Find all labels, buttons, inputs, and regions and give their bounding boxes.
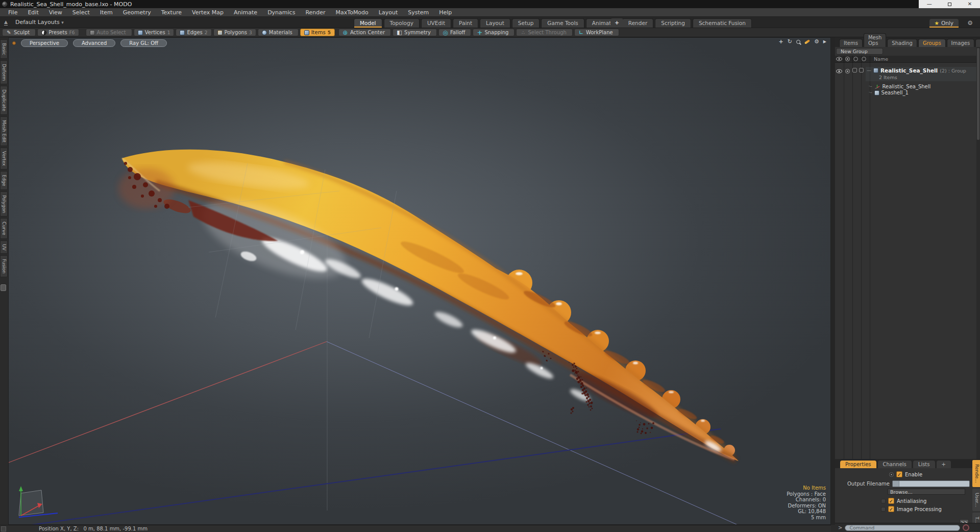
menu-item[interactable]: System	[403, 9, 434, 16]
menu-item[interactable]: Render	[300, 9, 330, 16]
menu-item[interactable]: Animate	[229, 9, 262, 16]
viewport-gear-icon[interactable]: ⚙	[814, 39, 819, 45]
right-panel-tab[interactable]: Images	[947, 39, 975, 47]
toolbar-button[interactable]: Polygons 3	[213, 29, 256, 36]
left-tool-tab[interactable]: Mesh Edit	[0, 116, 8, 146]
menu-item[interactable]: Layout	[374, 9, 403, 16]
antialiasing-dim-toggle[interactable]	[881, 499, 886, 503]
toolbar-button[interactable]: Edges 2	[176, 29, 211, 36]
left-tool-tab[interactable]: Deform	[0, 60, 8, 84]
tree-scrollbar[interactable]	[976, 47, 980, 477]
close-button[interactable]: ✕	[968, 2, 972, 7]
tree-row-item[interactable]: ·– Seashell_1	[869, 90, 909, 95]
output-filename-field[interactable]	[892, 480, 970, 487]
toolbar-button[interactable]: Symmetry	[393, 29, 437, 36]
right-panel-tab[interactable]: Items	[839, 39, 863, 47]
menu-item[interactable]: Help	[434, 9, 457, 16]
menu-item[interactable]: Vertex Map	[187, 9, 229, 16]
draw-icon[interactable]	[804, 39, 810, 44]
toolbar-button[interactable]: Sculpt	[2, 29, 36, 36]
left-tool-tab[interactable]: Duplicate	[0, 86, 8, 115]
image-processing-checkbox[interactable]: ✓	[888, 506, 894, 512]
toolbar-button[interactable]: Presets F6	[37, 29, 79, 36]
viewport-option-button[interactable]: Advanced	[73, 39, 115, 47]
viewport-expand-icon[interactable]: ▶	[823, 39, 826, 45]
right-panel-tab[interactable]: Mesh Ops	[864, 33, 886, 47]
tree-row-group[interactable]: — Realistic_Sea_Shell (2) : Group 2 Item…	[835, 67, 980, 81]
viewport-option-button[interactable]: Perspective	[21, 39, 68, 47]
image-processing-dim-toggle[interactable]	[881, 507, 886, 512]
layout-tab[interactable]: Game Tools	[541, 18, 584, 28]
toolbar-button[interactable]: WorkPlane	[574, 29, 619, 36]
left-tool-tab[interactable]: Basic	[0, 39, 8, 59]
enable-radio[interactable]	[889, 472, 894, 477]
menu-item[interactable]: View	[44, 9, 67, 16]
command-input[interactable]	[845, 525, 960, 531]
antialiasing-checkbox[interactable]: ✓	[888, 498, 894, 504]
pin-layout-icon[interactable]: ▲	[4, 19, 8, 26]
group-checkbox-2[interactable]	[859, 68, 864, 72]
menu-item[interactable]: Texture	[156, 9, 187, 16]
add-layout-tab-button[interactable]: +	[610, 18, 623, 28]
menu-item[interactable]: Item	[95, 9, 118, 16]
pan-icon[interactable]: +	[779, 39, 783, 45]
only-filter-button[interactable]: ★Only	[929, 19, 959, 28]
side-tab[interactable]: Rende...	[972, 460, 980, 487]
right-panel-tab[interactable]: +	[975, 39, 980, 47]
layout-tab[interactable]: Setup	[512, 18, 540, 28]
panel-divider[interactable]	[831, 37, 835, 525]
toolbar-button[interactable]: Falloff	[438, 29, 472, 36]
left-tool-tab[interactable]: UV	[0, 240, 8, 254]
toolbar-button[interactable]: Vertices 1	[134, 29, 175, 36]
tree-row-item[interactable]: ·– Realistic_Sea_Shell	[869, 83, 930, 89]
properties-tab[interactable]: Channels	[878, 461, 912, 468]
left-tool-tab[interactable]: Fusion	[0, 255, 8, 277]
viewport-option-button[interactable]: Ray GL: Off	[120, 39, 167, 47]
toolbar-button[interactable]: Select Through	[516, 29, 573, 36]
group-checkbox-1[interactable]	[852, 68, 857, 72]
render-toggle-icon[interactable]	[844, 68, 850, 74]
menu-item[interactable]: Geometry	[118, 9, 156, 16]
left-tool-tab[interactable]: Polygon	[0, 191, 8, 216]
gear-icon[interactable]: ⚙	[967, 19, 973, 27]
properties-tab[interactable]: +	[937, 461, 951, 468]
layout-tab[interactable]: Paint	[453, 18, 478, 28]
minimize-button[interactable]: —	[927, 2, 932, 7]
properties-tab[interactable]: Lists	[913, 461, 935, 468]
visibility-eye-icon[interactable]	[836, 68, 842, 74]
new-group-button[interactable]: New Group	[836, 48, 883, 55]
layout-tab[interactable]: Render	[622, 18, 653, 28]
menu-item[interactable]: MaxToModo	[331, 9, 374, 16]
menu-item[interactable]: Edit	[22, 9, 43, 16]
side-tab[interactable]: User...	[972, 489, 980, 511]
menu-item[interactable]: Dynamics	[262, 9, 300, 16]
menu-item[interactable]: Select	[67, 9, 95, 16]
viewport-mode-dot-icon[interactable]	[12, 41, 16, 45]
toolbar-button[interactable]: Items 5	[300, 29, 335, 36]
browse-button[interactable]: Browse...	[888, 489, 965, 495]
toolbar-button[interactable]: Snapping	[473, 29, 514, 36]
rotate-icon[interactable]: ↻	[788, 39, 792, 45]
macro-record-button[interactable]	[963, 524, 969, 531]
toolbar-button[interactable]: Auto Select	[86, 29, 132, 36]
right-panel-tab[interactable]: Shading	[887, 39, 917, 47]
layout-tab[interactable]: UVEdit	[421, 18, 451, 28]
layout-tab[interactable]: Model	[354, 18, 382, 28]
right-panel-tab[interactable]: Groups	[918, 39, 946, 47]
toolbar-button[interactable]: Materials	[258, 29, 299, 36]
left-tool-tab[interactable]: Vertex	[0, 148, 8, 170]
panel-resize-handle[interactable]	[1, 284, 6, 291]
menu-item[interactable]: File	[3, 9, 22, 16]
default-layouts-dropdown[interactable]: Default Layouts ▾	[15, 19, 64, 26]
layout-tab[interactable]: Topology	[384, 18, 420, 28]
layout-tab[interactable]: Schematic Fusion	[693, 18, 752, 28]
toolbar-button[interactable]: Action Center	[338, 29, 391, 36]
left-tool-tab[interactable]: Edge	[0, 171, 8, 190]
zoom-icon[interactable]	[796, 40, 800, 44]
layout-tab[interactable]: Scripting	[655, 18, 691, 28]
enable-checkbox[interactable]: ✓	[896, 471, 902, 477]
properties-tab[interactable]: Properties	[840, 461, 876, 468]
maximize-button[interactable]	[948, 3, 951, 6]
layout-tab[interactable]: Layout	[480, 18, 510, 28]
viewport-3d[interactable]: PerspectiveAdvancedRay GL: Off + ↻ ⚙ ▶ N…	[8, 37, 831, 525]
